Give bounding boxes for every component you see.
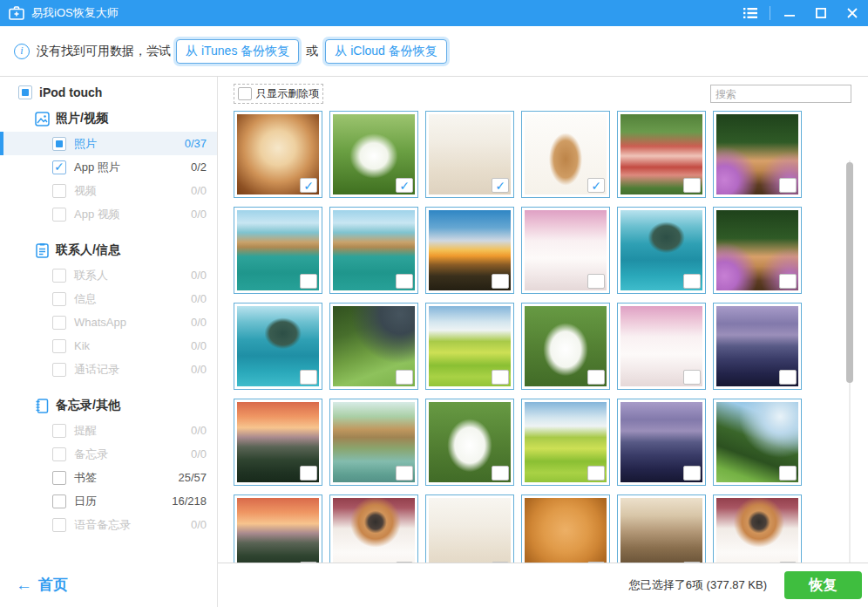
search-input[interactable] — [710, 85, 851, 103]
scrollbar-thumb[interactable] — [846, 162, 853, 383]
maximize-button[interactable] — [805, 0, 837, 26]
photo-tile[interactable] — [617, 111, 706, 198]
photo-tile[interactable] — [329, 399, 418, 486]
photo-tile[interactable] — [713, 494, 802, 563]
photo-tile[interactable] — [617, 494, 706, 563]
photo-tile[interactable] — [617, 399, 706, 486]
recover-button[interactable]: 恢复 — [784, 571, 862, 599]
photo-tile[interactable] — [425, 399, 514, 486]
item-checkbox[interactable] — [52, 269, 66, 283]
photo-tile[interactable] — [713, 111, 802, 198]
sidebar-item[interactable]: Kik0/0 — [0, 334, 217, 358]
sidebar-item[interactable]: 日历16/218 — [0, 489, 217, 513]
tile-checkbox[interactable] — [396, 466, 413, 481]
recover-from-itunes-button[interactable]: 从 iTunes 备份恢复 — [176, 39, 299, 64]
item-checkbox[interactable] — [52, 518, 66, 532]
tile-checkbox[interactable] — [300, 466, 317, 481]
photo-tile[interactable] — [234, 303, 322, 390]
photo-tile[interactable] — [329, 494, 418, 563]
home-link[interactable]: ← 首页 — [16, 575, 68, 595]
recover-from-icloud-button[interactable]: 从 iCloud 备份恢复 — [325, 39, 446, 64]
photo-tile[interactable] — [617, 303, 706, 390]
sidebar-item[interactable]: WhatsApp0/0 — [0, 310, 217, 334]
tile-checkbox[interactable] — [492, 274, 509, 289]
item-checkbox[interactable] — [52, 339, 66, 353]
photo-tile[interactable] — [617, 207, 706, 294]
device-row[interactable]: iPod touch — [0, 77, 217, 105]
sidebar-item[interactable]: App 照片0/2 — [0, 155, 217, 179]
photo-tile[interactable]: ✓ — [425, 111, 514, 198]
sidebar-item[interactable]: 通话记录0/0 — [0, 358, 217, 381]
tile-checkbox[interactable]: ✓ — [492, 178, 509, 193]
sidebar-item[interactable]: 备忘录0/0 — [0, 442, 217, 466]
photo-tile[interactable] — [234, 494, 322, 563]
sidebar-item[interactable]: 信息0/0 — [0, 287, 217, 310]
tile-checkbox[interactable] — [779, 370, 797, 385]
menu-icon[interactable] — [735, 0, 766, 26]
photo-tile[interactable] — [713, 399, 802, 486]
tile-checkbox[interactable] — [300, 274, 317, 289]
tile-checkbox[interactable] — [779, 466, 797, 481]
tile-checkbox[interactable] — [779, 178, 797, 193]
photo-tile[interactable] — [425, 207, 514, 294]
photo-tile[interactable] — [234, 399, 322, 486]
item-checkbox[interactable] — [52, 316, 66, 330]
scrollbar-track[interactable] — [846, 160, 853, 563]
tile-checkbox[interactable] — [683, 178, 701, 193]
photo-tile[interactable]: ✓ — [521, 111, 610, 198]
show-deleted-only-checkbox[interactable] — [238, 87, 252, 100]
sidebar-item[interactable]: 照片0/37 — [0, 132, 217, 155]
photo-tile[interactable] — [713, 207, 802, 294]
tile-checkbox[interactable]: ✓ — [396, 178, 413, 193]
photo-tile[interactable] — [234, 207, 322, 294]
tile-checkbox[interactable] — [779, 274, 797, 289]
tile-checkbox[interactable] — [683, 370, 701, 385]
photo-tile[interactable] — [329, 207, 418, 294]
tile-checkbox[interactable] — [300, 370, 317, 385]
item-checkbox[interactable] — [52, 424, 66, 438]
photo-tile[interactable]: ✓ — [329, 111, 418, 198]
photo-tile[interactable] — [521, 303, 610, 390]
sidebar-item[interactable]: App 视频0/0 — [0, 202, 217, 226]
tile-checkbox[interactable] — [683, 466, 701, 481]
tile-checkbox[interactable] — [587, 370, 605, 385]
item-checkbox[interactable] — [52, 208, 66, 222]
item-checkbox[interactable] — [52, 292, 66, 306]
tile-checkbox[interactable]: ✓ — [300, 178, 317, 193]
photo-tile[interactable] — [425, 494, 514, 563]
sidebar-item[interactable]: 语音备忘录0/0 — [0, 513, 217, 536]
tile-checkbox[interactable] — [587, 466, 605, 481]
minimize-button[interactable] — [774, 0, 805, 26]
photo-tile[interactable] — [521, 399, 610, 486]
show-deleted-only-filter[interactable]: 只显示删除项 — [234, 84, 323, 104]
item-label: 书签 — [74, 470, 97, 486]
sidebar-item[interactable]: 联系人0/0 — [0, 263, 217, 287]
item-checkbox[interactable] — [52, 137, 66, 151]
tile-checkbox[interactable] — [396, 274, 413, 289]
close-button[interactable] — [837, 0, 868, 26]
sidebar-item[interactable]: 书签25/57 — [0, 466, 217, 489]
photo-grid: ✓✓✓✓ — [218, 111, 868, 563]
photo-tile[interactable] — [713, 303, 802, 390]
tile-checkbox[interactable] — [396, 370, 413, 385]
photo-tile[interactable] — [521, 207, 610, 294]
tile-checkbox[interactable] — [492, 370, 509, 385]
photo-tile[interactable] — [425, 303, 514, 390]
tile-checkbox[interactable]: ✓ — [587, 178, 605, 193]
device-checkbox[interactable] — [18, 85, 32, 99]
tile-checkbox[interactable] — [683, 274, 701, 289]
item-checkbox[interactable] — [52, 184, 66, 198]
photo-tile[interactable] — [329, 303, 418, 390]
tile-checkbox[interactable] — [492, 466, 509, 481]
item-checkbox[interactable] — [52, 160, 66, 174]
item-checkbox[interactable] — [52, 494, 66, 508]
item-checkbox[interactable] — [52, 447, 66, 461]
item-checkbox[interactable] — [52, 471, 66, 485]
sidebar-item[interactable]: 提醒0/0 — [0, 419, 217, 442]
item-checkbox[interactable] — [52, 363, 66, 377]
tile-checkbox[interactable] — [587, 274, 605, 289]
sidebar-item[interactable]: 视频0/0 — [0, 179, 217, 202]
item-count: 0/0 — [191, 316, 207, 329]
photo-tile[interactable] — [521, 494, 610, 563]
photo-tile[interactable]: ✓ — [234, 111, 322, 198]
